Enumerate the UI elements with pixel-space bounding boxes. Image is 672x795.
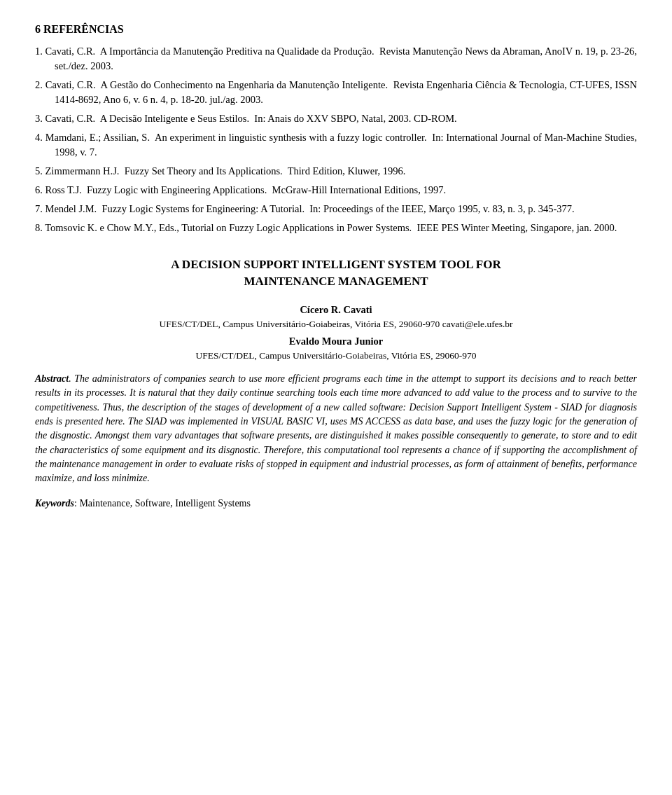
references-list: 1. Cavati, C.R. A Importância da Manuten… xyxy=(35,44,637,235)
abstract-text: . The administrators of companies search… xyxy=(35,373,637,483)
keywords-text: : Maintenance, Software, Intelligent Sys… xyxy=(74,498,251,509)
paper-title: A DECISION SUPPORT INTELLIGENT SYSTEM TO… xyxy=(35,256,637,290)
ref-3-text: 3. Cavati, C.R. A Decisão Inteligente e … xyxy=(35,113,457,124)
list-item: 6. Ross T.J. Fuzzy Logic with Engineerin… xyxy=(35,183,637,198)
list-item: 5. Zimmermann H.J. Fuzzy Set Theory and … xyxy=(35,164,637,179)
authors-block: Cícero R. Cavati UFES/CT/DEL, Campus Uni… xyxy=(35,303,637,362)
abstract-block: Abstract. The administrators of companie… xyxy=(35,372,637,485)
keywords-label: Keywords xyxy=(35,498,74,509)
author2-name: Evaldo Moura Junior xyxy=(35,334,637,349)
section-title: 6 REFERÊNCIAS xyxy=(35,21,637,37)
author1-affil: UFES/CT/DEL, Campus Universitário-Goiabe… xyxy=(35,317,637,331)
list-item: 4. Mamdani, E.; Assilian, S. An experime… xyxy=(35,130,637,160)
list-item: 2. Cavati, C.R. A Gestão do Conhecimento… xyxy=(35,78,637,107)
list-item: 1. Cavati, C.R. A Importância da Manuten… xyxy=(35,44,637,74)
paper-title-line2: MAINTENANCE MANAGEMENT xyxy=(35,273,637,290)
list-item: 8. Tomsovic K. e Chow M.Y., Eds., Tutori… xyxy=(35,221,637,235)
author2-affil: UFES/CT/DEL, Campus Universitário-Goiabe… xyxy=(35,349,637,363)
paper-title-line1: A DECISION SUPPORT INTELLIGENT SYSTEM TO… xyxy=(35,256,637,273)
abstract-label: Abstract xyxy=(35,373,69,384)
ref-5-text: 5. Zimmermann H.J. Fuzzy Set Theory and … xyxy=(35,165,405,177)
ref-7-text: 7. Mendel J.M. Fuzzy Logic Systems for E… xyxy=(35,203,575,214)
ref-1-text: 1. Cavati, C.R. A Importância da Manuten… xyxy=(35,46,637,71)
ref-6-text: 6. Ross T.J. Fuzzy Logic with Engineerin… xyxy=(35,184,446,195)
paper-title-block: A DECISION SUPPORT INTELLIGENT SYSTEM TO… xyxy=(35,256,637,290)
list-item: 3. Cavati, C.R. A Decisão Inteligente e … xyxy=(35,111,637,126)
keywords-block: Keywords: Maintenance, Software, Intelli… xyxy=(35,497,637,511)
author1-name: Cícero R. Cavati xyxy=(35,303,637,317)
ref-4-text: 4. Mamdani, E.; Assilian, S. An experime… xyxy=(35,132,637,158)
ref-2-text: 2. Cavati, C.R. A Gestão do Conhecimento… xyxy=(35,79,637,105)
ref-8-text: 8. Tomsovic K. e Chow M.Y., Eds., Tutori… xyxy=(35,222,617,233)
list-item: 7. Mendel J.M. Fuzzy Logic Systems for E… xyxy=(35,202,637,216)
